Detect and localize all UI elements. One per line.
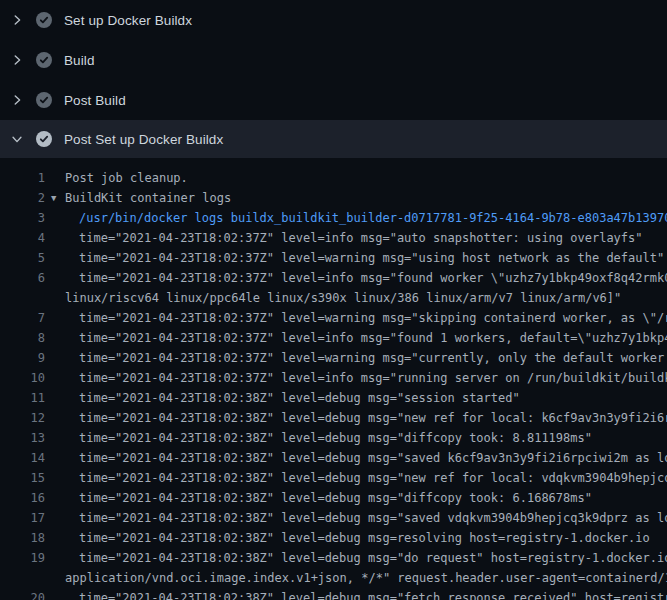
step-label: Build bbox=[64, 53, 95, 68]
step-label: Post Set up Docker Buildx bbox=[64, 132, 223, 147]
log-line-number[interactable]: 6 bbox=[0, 268, 45, 288]
log-text: time="2021-04-23T18:02:37Z" level=info m… bbox=[79, 228, 643, 248]
log-line[interactable]: 10time="2021-04-23T18:02:37Z" level=info… bbox=[0, 368, 667, 388]
log-line[interactable]: 9time="2021-04-23T18:02:37Z" level=warni… bbox=[0, 348, 667, 368]
chevron-down-icon[interactable] bbox=[10, 132, 24, 146]
log-text: ▼BuildKit container logs bbox=[65, 188, 231, 208]
log-text: linux/riscv64 linux/ppc64le linux/s390x … bbox=[65, 288, 621, 308]
log-line-number[interactable]: 19 bbox=[0, 548, 45, 568]
log-line-number[interactable]: 8 bbox=[0, 328, 45, 348]
step-row-post-set-up-docker-buildx[interactable]: Post Set up Docker Buildx bbox=[0, 120, 667, 158]
log-line-number[interactable]: 20 bbox=[0, 588, 45, 600]
log-line[interactable]: linux/riscv64 linux/ppc64le linux/s390x … bbox=[0, 288, 667, 308]
log-line-number[interactable]: 9 bbox=[0, 348, 45, 368]
log-line-number[interactable]: 11 bbox=[0, 388, 45, 408]
log-line[interactable]: 3/usr/bin/docker logs buildx_buildkit_bu… bbox=[0, 208, 667, 228]
group-triangle-down-icon[interactable]: ▼ bbox=[51, 188, 65, 208]
log-line-number[interactable]: 15 bbox=[0, 468, 45, 488]
check-circle-icon bbox=[36, 52, 52, 68]
log-text: time="2021-04-23T18:02:38Z" level=debug … bbox=[79, 548, 667, 568]
log-line[interactable]: 6time="2021-04-23T18:02:37Z" level=info … bbox=[0, 268, 667, 288]
log-lines: 1Post job cleanup.2▼BuildKit container l… bbox=[0, 158, 667, 600]
log-text: time="2021-04-23T18:02:38Z" level=debug … bbox=[79, 448, 667, 468]
log-line-number[interactable]: 1 bbox=[0, 168, 45, 188]
log-line[interactable]: application/vnd.oci.image.index.v1+json,… bbox=[0, 568, 667, 588]
log-line[interactable]: 1Post job cleanup. bbox=[0, 168, 667, 188]
log-line[interactable]: 12time="2021-04-23T18:02:38Z" level=debu… bbox=[0, 408, 667, 428]
log-line-number[interactable] bbox=[0, 288, 45, 308]
step-row-set-up-docker-buildx[interactable]: Set up Docker Buildx bbox=[0, 0, 667, 40]
log-text: time="2021-04-23T18:02:37Z" level=warnin… bbox=[79, 308, 667, 328]
group-title: BuildKit container logs bbox=[65, 191, 231, 205]
log-line[interactable]: 17time="2021-04-23T18:02:38Z" level=debu… bbox=[0, 508, 667, 528]
log-line[interactable]: 7time="2021-04-23T18:02:37Z" level=warni… bbox=[0, 308, 667, 328]
chevron-right-icon[interactable] bbox=[10, 13, 24, 27]
log-line[interactable]: 19time="2021-04-23T18:02:38Z" level=debu… bbox=[0, 548, 667, 568]
check-circle-icon bbox=[36, 131, 52, 147]
log-line-number[interactable] bbox=[0, 568, 45, 588]
log-text: time="2021-04-23T18:02:38Z" level=debug … bbox=[79, 408, 667, 428]
log-text: application/vnd.oci.image.index.v1+json,… bbox=[65, 568, 667, 588]
log-line[interactable]: 2▼BuildKit container logs bbox=[0, 188, 667, 208]
log-text: time="2021-04-23T18:02:38Z" level=debug … bbox=[79, 508, 667, 528]
log-text: time="2021-04-23T18:02:37Z" level=warnin… bbox=[79, 248, 664, 268]
check-circle-icon bbox=[36, 12, 52, 28]
steps-list: Set up Docker Buildx Build Post Build bbox=[0, 0, 667, 158]
log-line-number[interactable]: 16 bbox=[0, 488, 45, 508]
log-text: time="2021-04-23T18:02:38Z" level=debug … bbox=[79, 388, 520, 408]
log-text: time="2021-04-23T18:02:37Z" level=info m… bbox=[79, 268, 667, 288]
log-line[interactable]: 15time="2021-04-23T18:02:38Z" level=debu… bbox=[0, 468, 667, 488]
log-line-number[interactable]: 14 bbox=[0, 448, 45, 468]
step-row-post-build[interactable]: Post Build bbox=[0, 80, 667, 120]
log-text: time="2021-04-23T18:02:38Z" level=debug … bbox=[79, 468, 667, 488]
log-line-number[interactable]: 12 bbox=[0, 408, 45, 428]
log-line-number[interactable]: 5 bbox=[0, 248, 45, 268]
log-command-text: /usr/bin/docker logs buildx_buildkit_bui… bbox=[79, 208, 667, 228]
log-line[interactable]: 5time="2021-04-23T18:02:37Z" level=warni… bbox=[0, 248, 667, 268]
log-line-number[interactable]: 18 bbox=[0, 528, 45, 548]
log-line[interactable]: 11time="2021-04-23T18:02:38Z" level=debu… bbox=[0, 388, 667, 408]
actions-log-viewer: Set up Docker Buildx Build Post Build bbox=[0, 0, 667, 600]
log-line-number[interactable]: 10 bbox=[0, 368, 45, 388]
log-line-number[interactable]: 2 bbox=[0, 188, 45, 208]
log-text: time="2021-04-23T18:02:38Z" level=debug … bbox=[79, 528, 650, 548]
log-line-number[interactable]: 13 bbox=[0, 428, 45, 448]
log-text: time="2021-04-23T18:02:37Z" level=info m… bbox=[79, 368, 667, 388]
log-line-number[interactable]: 7 bbox=[0, 308, 45, 328]
log-line[interactable]: 18time="2021-04-23T18:02:38Z" level=debu… bbox=[0, 528, 667, 548]
log-line-number[interactable]: 4 bbox=[0, 228, 45, 248]
log-text: Post job cleanup. bbox=[65, 168, 188, 188]
log-text: time="2021-04-23T18:02:38Z" level=debug … bbox=[79, 588, 667, 600]
log-line-number[interactable]: 3 bbox=[0, 208, 45, 228]
chevron-right-icon[interactable] bbox=[10, 53, 24, 67]
step-row-build[interactable]: Build bbox=[0, 40, 667, 80]
log-line[interactable]: 4time="2021-04-23T18:02:37Z" level=info … bbox=[0, 228, 667, 248]
log-text: time="2021-04-23T18:02:37Z" level=warnin… bbox=[79, 348, 667, 368]
log-line[interactable]: 14time="2021-04-23T18:02:38Z" level=debu… bbox=[0, 448, 667, 468]
step-label: Post Build bbox=[64, 93, 126, 108]
log-text: time="2021-04-23T18:02:37Z" level=info m… bbox=[79, 328, 667, 348]
log-text: time="2021-04-23T18:02:38Z" level=debug … bbox=[79, 428, 592, 448]
log-line[interactable]: 20time="2021-04-23T18:02:38Z" level=debu… bbox=[0, 588, 667, 600]
log-line[interactable]: 13time="2021-04-23T18:02:38Z" level=debu… bbox=[0, 428, 667, 448]
step-label: Set up Docker Buildx bbox=[64, 13, 192, 28]
log-line[interactable]: 8time="2021-04-23T18:02:37Z" level=info … bbox=[0, 328, 667, 348]
log-line[interactable]: 16time="2021-04-23T18:02:38Z" level=debu… bbox=[0, 488, 667, 508]
log-text: time="2021-04-23T18:02:38Z" level=debug … bbox=[79, 488, 592, 508]
chevron-right-icon[interactable] bbox=[10, 93, 24, 107]
check-circle-icon bbox=[36, 92, 52, 108]
log-line-number[interactable]: 17 bbox=[0, 508, 45, 528]
